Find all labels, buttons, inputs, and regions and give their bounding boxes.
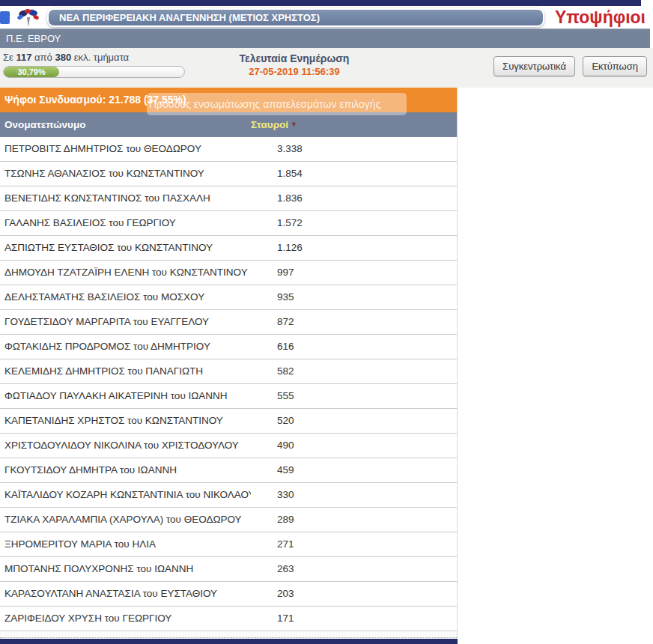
actions-block: Συγκεντρωτικά Εκτύπωση [489, 56, 647, 76]
table-row: ΖΑΡΙΦΕΙΔΟΥ ΧΡΥΣΗ του ΓΕΩΡΓΙΟΥ171 [0, 607, 457, 631]
table-row: ΑΣΠΙΩΤΗΣ ΕΥΣΤΑΘΙΟΣ του ΚΩΝΣΤΑΝΤΙΝΟΥ1.126 [0, 236, 457, 261]
table-row: ΚΑΡΑΣΟΥΛΤΑΝΗ ΑΝΑΣΤΑΣΙΑ του ΕΥΣΤΑΘΙΟΥ203 [0, 582, 457, 607]
candidate-votes: 582 [251, 359, 457, 383]
sort-desc-icon: ▼ [291, 121, 297, 128]
table-row: ΞΗΡΟΜΕΡΙΤΟΥ ΜΑΡΙΑ του ΗΛΙΑ271 [0, 532, 457, 557]
table-row: ΚΑΪΤΑΛΙΔΟΥ ΚΟΖΑΡΗ ΚΩΝΣΤΑΝΤΙΝΙΑ του ΝΙΚΟΛ… [0, 483, 457, 508]
bottom-navy-bar [0, 639, 458, 644]
column-header-votes[interactable]: Σταυροί▼ [251, 112, 457, 137]
table-row: ΔΗΜΟΥΔΗ ΤΖΑΤΖΑΪΡΗ ΕΛΕΝΗ του ΚΩΝΣΤΑΝΤΙΝΟΥ… [0, 261, 457, 285]
stats-row: Σε 117 από 380 εκλ. τμήματα 30,79% Τελευ… [0, 48, 653, 88]
candidate-name: ΚΑΪΤΑΛΙΔΟΥ ΚΟΖΑΡΗ ΚΩΝΣΤΑΝΤΙΝΙΑ του ΝΙΚΟΛ… [0, 483, 251, 507]
progress-fill: 30,79% [4, 67, 59, 77]
candidate-votes: 490 [251, 434, 457, 458]
candidate-name: ΓΟΥΔΕΤΣΙΔΟΥ ΜΑΡΓΑΡΙΤΑ του ΕΥΑΓΓΕΛΟΥ [0, 310, 251, 334]
candidate-votes: 935 [251, 285, 457, 309]
candidate-votes: 616 [251, 335, 457, 359]
candidate-name: ΔΕΛΗΣΤΑΜΑΤΗΣ ΒΑΣΙΛΕΙΟΣ του ΜΟΣΧΟΥ [0, 285, 251, 309]
candidate-name: ΧΡΙΣΤΟΔΟΥΛΙΔΟΥ ΝΙΚΟΛΙΝΑ του ΧΡΙΣΤΟΔΟΥΛΟΥ [0, 434, 251, 458]
candidate-name: ΔΗΜΟΥΔΗ ΤΖΑΤΖΑΪΡΗ ΕΛΕΝΗ του ΚΩΝΣΤΑΝΤΙΝΟΥ [0, 261, 251, 285]
precincts-text: Σε 117 από 380 εκλ. τμήματα [3, 52, 129, 63]
last-update-datetime: 27-05-2019 11:56:39 [208, 66, 380, 77]
party-logo-icon [14, 7, 43, 28]
candidate-votes: 1.126 [251, 236, 457, 260]
candidate-votes: 330 [251, 483, 457, 507]
candidate-name: ΜΠΟΤΑΝΗΣ ΠΟΛΥΧΡΟΝΗΣ του ΙΩΑΝΝΗ [0, 557, 251, 581]
candidates-table-body: ΠΕΤΡΟΒΙΤΣ ΔΗΜΗΤΡΙΟΣ του ΘΕΟΔΩΡΟΥ3.338ΤΣΩ… [0, 137, 457, 631]
table-row: ΤΖΙΑΚΑ ΧΑΡΑΛΑΜΠΙΑ (ΧΑΡΟΥΛΑ) του ΘΕΟΔΩΡΟΥ… [0, 508, 457, 532]
page-header: ΝΕΑ ΠΕΡΙΦΕΡΕΙΑΚΗ ΑΝΑΓΕΝΝΗΣΗ (ΜΕΤΙΟΣ ΧΡΗΣ… [0, 6, 650, 28]
candidate-name: ΚΑΠΕΤΑΝΙΔΗΣ ΧΡΗΣΤΟΣ του ΚΩΝΣΤΑΝΤΙΝΟΥ [0, 409, 251, 433]
party-selector-button[interactable]: ΝΕΑ ΠΕΡΙΦΕΡΕΙΑΚΗ ΑΝΑΓΕΝΝΗΣΗ (ΜΕΤΙΟΣ ΧΡΗΣ… [47, 8, 544, 27]
table-footer-divider [0, 631, 457, 638]
candidate-votes: 1.836 [251, 186, 457, 210]
candidate-name: ΑΣΠΙΩΤΗΣ ΕΥΣΤΑΘΙΟΣ του ΚΩΝΣΤΑΝΤΙΝΟΥ [0, 236, 251, 260]
table-row: ΤΣΩΝΗΣ ΑΘΑΝΑΣΙΟΣ του ΚΩΝΣΤΑΝΤΙΝΟΥ1.854 [0, 162, 457, 186]
table-row: ΚΑΠΕΤΑΝΙΔΗΣ ΧΡΗΣΤΟΣ του ΚΩΝΣΤΑΝΤΙΝΟΥ520 [0, 409, 457, 434]
table-row: ΠΕΤΡΟΒΙΤΣ ΔΗΜΗΤΡΙΟΣ του ΘΕΟΔΩΡΟΥ3.338 [0, 137, 457, 162]
precincts-reported: 117 [16, 52, 31, 63]
top-navy-bar [0, 0, 641, 6]
candidate-name: ΤΣΩΝΗΣ ΑΘΑΝΑΣΙΟΣ του ΚΩΝΣΤΑΝΤΙΝΟΥ [0, 162, 251, 186]
region-bar: Π.Ε. ΕΒΡΟΥ [0, 28, 650, 48]
candidate-name: ΤΖΙΑΚΑ ΧΑΡΑΛΑΜΠΙΑ (ΧΑΡΟΥΛΑ) του ΘΕΟΔΩΡΟΥ [0, 508, 251, 532]
candidate-votes: 289 [251, 508, 457, 532]
precincts-total: 380 [55, 52, 71, 63]
candidate-votes: 263 [251, 557, 457, 581]
candidate-name: ΦΩΤΑΚΙΔΗΣ ΠΡΟΔΡΟΜΟΣ του ΔΗΜΗΤΡΙΟΥ [0, 335, 251, 359]
table-row: ΓΟΥΔΕΤΣΙΔΟΥ ΜΑΡΓΑΡΙΤΑ του ΕΥΑΓΓΕΛΟΥ872 [0, 310, 457, 335]
candidate-votes: 3.338 [251, 137, 457, 161]
candidate-votes: 872 [251, 310, 457, 334]
votes-column-label: Σταυροί [251, 119, 288, 130]
table-row: ΦΩΤΑΚΙΔΗΣ ΠΡΟΔΡΟΜΟΣ του ΔΗΜΗΤΡΙΟΥ616 [0, 335, 457, 359]
candidate-name: ΒΕΝΕΤΙΔΗΣ ΚΩΝΣΤΑΝΤΙΝΟΣ του ΠΑΣΧΑΛΗ [0, 186, 251, 210]
aggregate-button[interactable]: Συγκεντρωτικά [493, 56, 575, 76]
candidate-votes: 1.572 [251, 211, 457, 235]
column-header-name: Ονοματεπώνυμο [0, 112, 251, 137]
candidate-votes: 520 [251, 409, 457, 433]
candidate-name: ΠΕΤΡΟΒΙΤΣ ΔΗΜΗΤΡΙΟΣ του ΘΕΟΔΩΡΟΥ [0, 137, 251, 161]
table-row: ΧΡΙΣΤΟΔΟΥΛΙΔΟΥ ΝΙΚΟΛΙΝΑ του ΧΡΙΣΤΟΔΟΥΛΟΥ… [0, 434, 457, 458]
candidate-votes: 997 [251, 261, 457, 285]
candidate-votes: 271 [251, 532, 457, 556]
page-title: Υποψήφιοι [555, 7, 646, 28]
candidate-votes: 171 [251, 607, 457, 631]
progress-bar: 30,79% [3, 66, 185, 78]
table-row: ΓΑΛΑΝΗΣ ΒΑΣΙΛΕΙΟΣ του ΓΕΩΡΓΙΟΥ1.572 [0, 211, 457, 236]
candidate-votes: 459 [251, 458, 457, 482]
coalition-votes-bar: Ψήφοι Συνδυασμού: 21.788 (37,55%) Πρόοδο… [0, 88, 457, 112]
candidate-name: ΓΑΛΑΝΗΣ ΒΑΣΙΛΕΙΟΣ του ΓΕΩΡΓΙΟΥ [0, 211, 251, 235]
candidates-results-page: ΝΕΑ ΠΕΡΙΦΕΡΕΙΑΚΗ ΑΝΑΓΕΝΝΗΣΗ (ΜΕΤΙΟΣ ΧΡΗΣ… [0, 0, 653, 644]
last-update-block: Τελευταία Ενημέρωση 27-05-2019 11:56:39 [208, 52, 380, 77]
table-row: ΦΩΤΙΑΔΟΥ ΠΑΥΛΑΚΗ ΑΙΚΑΤΕΡΙΝΗ του ΙΩΑΝΝΗ55… [0, 384, 457, 409]
table-row: ΜΠΟΤΑΝΗΣ ΠΟΛΥΧΡΟΝΗΣ του ΙΩΑΝΝΗ263 [0, 557, 457, 582]
candidate-votes: 555 [251, 384, 457, 408]
candidate-name: ΖΑΡΙΦΕΙΔΟΥ ΧΡΥΣΗ του ΓΕΩΡΓΙΟΥ [0, 607, 251, 631]
blue-square-icon [0, 11, 10, 24]
candidate-votes: 203 [251, 582, 457, 606]
progress-tooltip: Πρόοδος ενσωμάτωσης αποτελεσμάτων επιλογ… [147, 93, 407, 115]
candidate-name: ΞΗΡΟΜΕΡΙΤΟΥ ΜΑΡΙΑ του ΗΛΙΑ [0, 532, 251, 556]
candidate-name: ΚΑΡΑΣΟΥΛΤΑΝΗ ΑΝΑΣΤΑΣΙΑ του ΕΥΣΤΑΘΙΟΥ [0, 582, 251, 606]
last-update-label: Τελευταία Ενημέρωση [208, 52, 380, 64]
table-row: ΔΕΛΗΣΤΑΜΑΤΗΣ ΒΑΣΙΛΕΙΟΣ του ΜΟΣΧΟΥ935 [0, 285, 457, 310]
table-row: ΚΕΛΕΜΙΔΗΣ ΔΗΜΗΤΡΙΟΣ του ΠΑΝΑΓΙΩΤΗ582 [0, 359, 457, 384]
results-content: Ψήφοι Συνδυασμού: 21.788 (37,55%) Πρόοδο… [0, 88, 458, 638]
candidate-name: ΦΩΤΙΑΔΟΥ ΠΑΥΛΑΚΗ ΑΙΚΑΤΕΡΙΝΗ του ΙΩΑΝΝΗ [0, 384, 251, 408]
print-button[interactable]: Εκτύπωση [583, 56, 647, 76]
table-header: Ονοματεπώνυμο Σταυροί▼ [0, 112, 457, 137]
candidate-name: ΚΕΛΕΜΙΔΗΣ ΔΗΜΗΤΡΙΟΣ του ΠΑΝΑΓΙΩΤΗ [0, 359, 251, 383]
candidate-votes: 1.854 [251, 162, 457, 186]
table-row: ΒΕΝΕΤΙΔΗΣ ΚΩΝΣΤΑΝΤΙΝΟΣ του ΠΑΣΧΑΛΗ1.836 [0, 186, 457, 211]
region-label: Π.Ε. ΕΒΡΟΥ [6, 33, 61, 44]
candidate-name: ΓΚΟΥΤΣΙΔΟΥ ΔΗΜΗΤΡΑ του ΙΩΑΝΝΗ [0, 458, 251, 482]
precincts-block: Σε 117 από 380 εκλ. τμήματα 30,79% [3, 52, 185, 78]
table-row: ΓΚΟΥΤΣΙΔΟΥ ΔΗΜΗΤΡΑ του ΙΩΑΝΝΗ459 [0, 458, 457, 483]
